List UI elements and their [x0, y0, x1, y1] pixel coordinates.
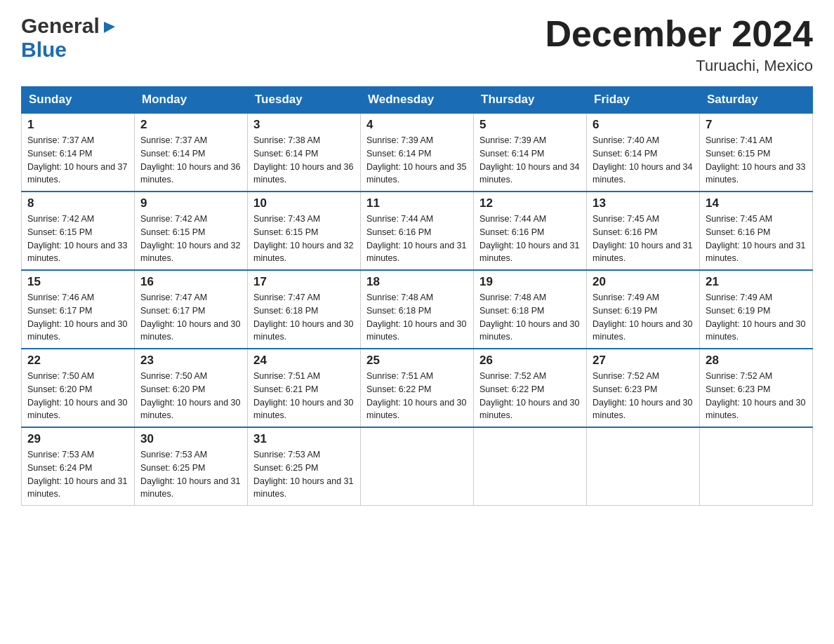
day-number: 7	[706, 118, 807, 132]
logo: General Blue	[21, 14, 117, 62]
day-number: 28	[706, 354, 807, 368]
day-info: Sunrise: 7:52 AMSunset: 6:22 PMDaylight:…	[479, 370, 581, 422]
table-row: 24Sunrise: 7:51 AMSunset: 6:21 PMDayligh…	[248, 349, 361, 427]
table-row: 31Sunrise: 7:53 AMSunset: 6:25 PMDayligh…	[248, 427, 361, 506]
day-info: Sunrise: 7:45 AMSunset: 6:16 PMDaylight:…	[593, 213, 694, 265]
table-row: 8Sunrise: 7:42 AMSunset: 6:15 PMDaylight…	[22, 192, 135, 270]
day-info: Sunrise: 7:50 AMSunset: 6:20 PMDaylight:…	[140, 370, 241, 422]
table-row: 23Sunrise: 7:50 AMSunset: 6:20 PMDayligh…	[135, 349, 248, 427]
day-info: Sunrise: 7:43 AMSunset: 6:15 PMDaylight:…	[253, 213, 355, 265]
day-number: 17	[253, 275, 355, 289]
day-info: Sunrise: 7:38 AMSunset: 6:14 PMDaylight:…	[253, 134, 355, 187]
table-row: 26Sunrise: 7:52 AMSunset: 6:22 PMDayligh…	[474, 349, 587, 427]
calendar-week-row: 8Sunrise: 7:42 AMSunset: 6:15 PMDaylight…	[22, 192, 813, 270]
table-row	[361, 427, 474, 506]
day-info: Sunrise: 7:46 AMSunset: 6:17 PMDaylight:…	[27, 291, 128, 344]
table-row: 15Sunrise: 7:46 AMSunset: 6:17 PMDayligh…	[22, 270, 135, 349]
day-number: 14	[706, 196, 807, 210]
table-row: 12Sunrise: 7:44 AMSunset: 6:16 PMDayligh…	[474, 192, 587, 270]
table-row	[587, 427, 700, 506]
day-number: 20	[593, 275, 694, 289]
day-number: 18	[366, 275, 468, 289]
table-row: 28Sunrise: 7:52 AMSunset: 6:23 PMDayligh…	[700, 349, 813, 427]
day-number: 29	[27, 432, 128, 446]
col-tuesday: Tuesday	[248, 87, 361, 114]
col-saturday: Saturday	[700, 87, 813, 114]
table-row: 16Sunrise: 7:47 AMSunset: 6:17 PMDayligh…	[135, 270, 248, 349]
day-info: Sunrise: 7:48 AMSunset: 6:18 PMDaylight:…	[366, 291, 468, 344]
day-info: Sunrise: 7:51 AMSunset: 6:21 PMDaylight:…	[253, 370, 355, 422]
table-row: 6Sunrise: 7:40 AMSunset: 6:14 PMDaylight…	[587, 113, 700, 192]
table-row: 3Sunrise: 7:38 AMSunset: 6:14 PMDaylight…	[248, 113, 361, 192]
svg-marker-0	[104, 22, 115, 33]
table-row: 2Sunrise: 7:37 AMSunset: 6:14 PMDaylight…	[135, 113, 248, 192]
logo-triangle-icon	[101, 19, 117, 34]
col-thursday: Thursday	[474, 87, 587, 114]
table-row: 9Sunrise: 7:42 AMSunset: 6:15 PMDaylight…	[135, 192, 248, 270]
day-number: 25	[366, 354, 468, 368]
day-number: 1	[27, 118, 128, 132]
day-info: Sunrise: 7:45 AMSunset: 6:16 PMDaylight:…	[706, 213, 807, 265]
location: Turuachi, Mexico	[545, 57, 813, 75]
day-info: Sunrise: 7:51 AMSunset: 6:22 PMDaylight:…	[366, 370, 468, 422]
day-info: Sunrise: 7:37 AMSunset: 6:14 PMDaylight:…	[27, 134, 128, 187]
day-info: Sunrise: 7:50 AMSunset: 6:20 PMDaylight:…	[27, 370, 128, 422]
day-number: 19	[479, 275, 581, 289]
day-number: 21	[706, 275, 807, 289]
table-row: 18Sunrise: 7:48 AMSunset: 6:18 PMDayligh…	[361, 270, 474, 349]
table-row: 20Sunrise: 7:49 AMSunset: 6:19 PMDayligh…	[587, 270, 700, 349]
day-number: 23	[140, 354, 241, 368]
day-info: Sunrise: 7:44 AMSunset: 6:16 PMDaylight:…	[366, 213, 468, 265]
table-row: 14Sunrise: 7:45 AMSunset: 6:16 PMDayligh…	[700, 192, 813, 270]
day-number: 16	[140, 275, 241, 289]
calendar-week-row: 22Sunrise: 7:50 AMSunset: 6:20 PMDayligh…	[22, 349, 813, 427]
page-header: General Blue December 2024 Turuachi, Mex…	[21, 14, 813, 75]
table-row: 22Sunrise: 7:50 AMSunset: 6:20 PMDayligh…	[22, 349, 135, 427]
title-block: December 2024 Turuachi, Mexico	[545, 14, 813, 75]
table-row: 27Sunrise: 7:52 AMSunset: 6:23 PMDayligh…	[587, 349, 700, 427]
table-row: 1Sunrise: 7:37 AMSunset: 6:14 PMDaylight…	[22, 113, 135, 192]
day-info: Sunrise: 7:47 AMSunset: 6:17 PMDaylight:…	[140, 291, 241, 344]
table-row: 17Sunrise: 7:47 AMSunset: 6:18 PMDayligh…	[248, 270, 361, 349]
day-number: 9	[140, 196, 241, 210]
day-info: Sunrise: 7:39 AMSunset: 6:14 PMDaylight:…	[366, 134, 468, 187]
table-row: 29Sunrise: 7:53 AMSunset: 6:24 PMDayligh…	[22, 427, 135, 506]
day-info: Sunrise: 7:53 AMSunset: 6:25 PMDaylight:…	[140, 448, 241, 501]
day-info: Sunrise: 7:40 AMSunset: 6:14 PMDaylight:…	[593, 134, 694, 187]
table-row: 30Sunrise: 7:53 AMSunset: 6:25 PMDayligh…	[135, 427, 248, 506]
calendar-week-row: 1Sunrise: 7:37 AMSunset: 6:14 PMDaylight…	[22, 113, 813, 192]
day-info: Sunrise: 7:53 AMSunset: 6:24 PMDaylight:…	[27, 448, 128, 501]
day-number: 13	[593, 196, 694, 210]
day-number: 2	[140, 118, 241, 132]
day-number: 5	[479, 118, 581, 132]
day-info: Sunrise: 7:52 AMSunset: 6:23 PMDaylight:…	[593, 370, 694, 422]
day-number: 30	[140, 432, 241, 446]
day-number: 12	[479, 196, 581, 210]
day-info: Sunrise: 7:37 AMSunset: 6:14 PMDaylight:…	[140, 134, 241, 187]
table-row: 11Sunrise: 7:44 AMSunset: 6:16 PMDayligh…	[361, 192, 474, 270]
table-row	[474, 427, 587, 506]
day-number: 15	[27, 275, 128, 289]
day-number: 3	[253, 118, 355, 132]
table-row: 19Sunrise: 7:48 AMSunset: 6:18 PMDayligh…	[474, 270, 587, 349]
calendar-header-row: Sunday Monday Tuesday Wednesday Thursday…	[22, 87, 813, 114]
day-number: 8	[27, 196, 128, 210]
day-info: Sunrise: 7:47 AMSunset: 6:18 PMDaylight:…	[253, 291, 355, 344]
table-row: 13Sunrise: 7:45 AMSunset: 6:16 PMDayligh…	[587, 192, 700, 270]
col-friday: Friday	[587, 87, 700, 114]
table-row	[700, 427, 813, 506]
day-info: Sunrise: 7:42 AMSunset: 6:15 PMDaylight:…	[140, 213, 241, 265]
table-row: 10Sunrise: 7:43 AMSunset: 6:15 PMDayligh…	[248, 192, 361, 270]
day-info: Sunrise: 7:41 AMSunset: 6:15 PMDaylight:…	[706, 134, 807, 187]
day-info: Sunrise: 7:42 AMSunset: 6:15 PMDaylight:…	[27, 213, 128, 265]
day-number: 24	[253, 354, 355, 368]
day-number: 31	[253, 432, 355, 446]
day-number: 26	[479, 354, 581, 368]
day-info: Sunrise: 7:52 AMSunset: 6:23 PMDaylight:…	[706, 370, 807, 422]
day-number: 11	[366, 196, 468, 210]
col-monday: Monday	[135, 87, 248, 114]
day-number: 22	[27, 354, 128, 368]
logo-blue-text: Blue	[21, 38, 67, 62]
day-info: Sunrise: 7:44 AMSunset: 6:16 PMDaylight:…	[479, 213, 581, 265]
day-number: 4	[366, 118, 468, 132]
